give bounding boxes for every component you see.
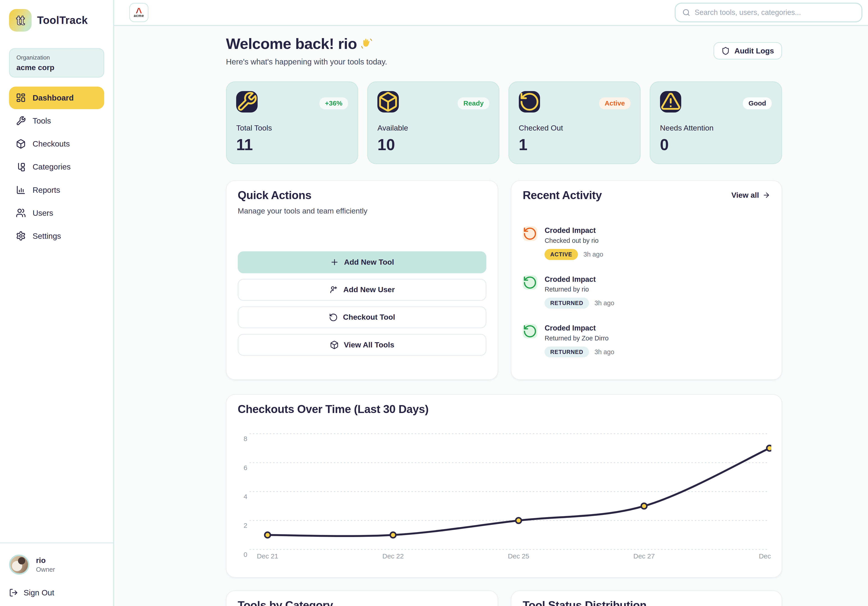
audit-logs-label: Audit Logs bbox=[735, 47, 774, 55]
activity-description: Returned by Zoe Dirro bbox=[544, 335, 614, 342]
quick-actions-buttons: Add New ToolAdd New UserCheckout ToolVie… bbox=[238, 251, 487, 356]
user-name: rio bbox=[36, 556, 55, 565]
stat-label: Checked Out bbox=[519, 124, 631, 132]
app-root: tt ToolTrack Organization acme corp Dash… bbox=[0, 0, 868, 606]
user-info: rio Owner bbox=[36, 556, 55, 573]
sidebar-item-tools[interactable]: Tools bbox=[9, 110, 104, 132]
tool-status-distribution-card: Tool Status Distribution bbox=[511, 591, 782, 606]
tools-by-category-card: Tools by Category bbox=[226, 591, 498, 606]
search-box[interactable] bbox=[675, 3, 862, 22]
stat-card-available: ReadyAvailable10 bbox=[367, 81, 499, 164]
user-plus-icon bbox=[329, 285, 338, 294]
audit-logs-button[interactable]: Audit Logs bbox=[713, 42, 782, 60]
activity-time: 3h ago bbox=[595, 299, 614, 307]
welcome-title-text: Welcome back! rio bbox=[226, 35, 357, 52]
sign-out-label: Sign Out bbox=[24, 588, 54, 597]
sidebar-item-users[interactable]: Users bbox=[9, 202, 104, 224]
search-input[interactable] bbox=[694, 8, 855, 17]
stat-card-total-tools: +36%Total Tools11 bbox=[226, 81, 358, 164]
header: acme bbox=[114, 0, 868, 26]
user-role: Owner bbox=[36, 566, 55, 573]
stats-row: +36%Total Tools11ReadyAvailable10ActiveC… bbox=[226, 81, 782, 164]
arrow-right-icon bbox=[763, 191, 770, 199]
organization-label: Organization bbox=[17, 54, 97, 61]
acme-mark-icon bbox=[135, 8, 143, 14]
search-icon bbox=[682, 9, 690, 17]
rotate-ccw-icon bbox=[522, 226, 537, 241]
sidebar-item-reports[interactable]: Reports bbox=[9, 179, 104, 201]
add-new-tool-button[interactable]: Add New Tool bbox=[238, 251, 487, 273]
rotate-ccw-icon bbox=[329, 313, 338, 322]
sidebar-item-dashboard[interactable]: Dashboard bbox=[9, 87, 104, 109]
quick-action-label: View All Tools bbox=[344, 341, 394, 349]
rotate-ccw-icon bbox=[522, 324, 537, 339]
main-area: acme Welcome back! rio Here's what's hap… bbox=[114, 0, 868, 606]
package-icon bbox=[16, 139, 26, 149]
acme-logo-text: acme bbox=[134, 14, 144, 17]
activity-time: 3h ago bbox=[595, 348, 614, 356]
stat-value: 10 bbox=[377, 136, 489, 154]
checkouts-chart-card: Checkouts Over Time (Last 30 Days) 02468… bbox=[226, 394, 782, 577]
bottom-cards-row: Tools by CategoryTool Status Distributio… bbox=[226, 591, 782, 606]
sidebar-item-label: Categories bbox=[33, 162, 71, 172]
activity-item: Croded ImpactReturned by Zoe DirroRETURN… bbox=[522, 324, 770, 357]
alert-triangle-icon bbox=[660, 91, 682, 113]
quick-actions-title: Quick Actions bbox=[238, 189, 487, 202]
status-badge: Ready bbox=[458, 97, 489, 110]
svg-text:Dec 21: Dec 21 bbox=[257, 552, 278, 560]
sidebar-item-label: Reports bbox=[33, 186, 60, 195]
rotate-ccw-icon bbox=[519, 91, 540, 113]
status-badge: +36% bbox=[319, 97, 348, 110]
svg-text:Dec 31: Dec 31 bbox=[759, 552, 771, 560]
checkouts-line-chart: 02468Dec 21Dec 22Dec 25Dec 27Dec 31 bbox=[238, 419, 770, 565]
activity-time: 3h ago bbox=[583, 251, 603, 258]
activity-item: Croded ImpactReturned by rioRETURNED3h a… bbox=[522, 275, 770, 309]
avatar bbox=[9, 555, 29, 575]
sidebar-item-label: Dashboard bbox=[33, 93, 74, 102]
stat-card-checked-out: ActiveChecked Out1 bbox=[508, 81, 641, 164]
welcome-subtitle: Here's what's happening with your tools … bbox=[226, 57, 387, 66]
view-all-link[interactable]: View all bbox=[731, 191, 770, 199]
sign-out-button[interactable]: Sign Out bbox=[9, 588, 104, 597]
checkout-tool-button[interactable]: Checkout Tool bbox=[238, 306, 487, 328]
activity-list: Croded ImpactChecked out by rioACTIVE3h … bbox=[522, 226, 770, 357]
brand: tt ToolTrack bbox=[9, 9, 104, 32]
wrench-icon bbox=[16, 116, 26, 126]
stat-value: 0 bbox=[660, 136, 772, 154]
app-title: ToolTrack bbox=[37, 14, 88, 26]
view-all-tools-button[interactable]: View All Tools bbox=[238, 334, 487, 356]
sidebar-item-categories[interactable]: Categories bbox=[9, 156, 104, 178]
sidebar-item-label: Checkouts bbox=[33, 139, 70, 148]
chart-title: Checkouts Over Time (Last 30 Days) bbox=[238, 403, 770, 416]
status-badge: Good bbox=[743, 97, 772, 110]
sidebar-item-settings[interactable]: Settings bbox=[9, 225, 104, 247]
sidebar-item-checkouts[interactable]: Checkouts bbox=[9, 133, 104, 155]
stat-label: Total Tools bbox=[236, 124, 348, 132]
page-title: Welcome back! rio bbox=[226, 35, 387, 52]
wave-emoji-icon bbox=[359, 36, 374, 51]
status-badge: Active bbox=[599, 97, 631, 110]
recent-activity-title: Recent Activity bbox=[522, 189, 602, 202]
svg-text:Dec 27: Dec 27 bbox=[633, 552, 655, 560]
package-icon bbox=[377, 91, 399, 113]
svg-text:2: 2 bbox=[243, 522, 247, 529]
activity-status-badge: ACTIVE bbox=[544, 249, 578, 260]
sidebar-item-label: Users bbox=[33, 209, 53, 218]
bar-chart-icon bbox=[16, 185, 26, 195]
quick-action-label: Add New Tool bbox=[344, 258, 394, 266]
quick-actions-card: Quick Actions Manage your tools and team… bbox=[226, 180, 498, 380]
organization-name: acme corp bbox=[17, 63, 97, 72]
add-new-user-button[interactable]: Add New User bbox=[238, 279, 487, 301]
content: Welcome back! rio Here's what's happenin… bbox=[114, 26, 868, 606]
activity-description: Returned by rio bbox=[544, 286, 614, 293]
rotate-ccw-icon bbox=[522, 275, 537, 290]
stat-value: 11 bbox=[236, 136, 348, 154]
organization-card: Organization acme corp bbox=[9, 48, 104, 77]
stat-card-needs-attention: GoodNeeds Attention0 bbox=[649, 81, 782, 164]
sidebar-item-label: Settings bbox=[33, 232, 61, 241]
svg-text:Dec 22: Dec 22 bbox=[382, 552, 404, 560]
svg-text:8: 8 bbox=[243, 435, 247, 442]
stat-value: 1 bbox=[519, 136, 631, 154]
svg-text:4: 4 bbox=[243, 493, 247, 500]
package-icon bbox=[330, 340, 339, 349]
